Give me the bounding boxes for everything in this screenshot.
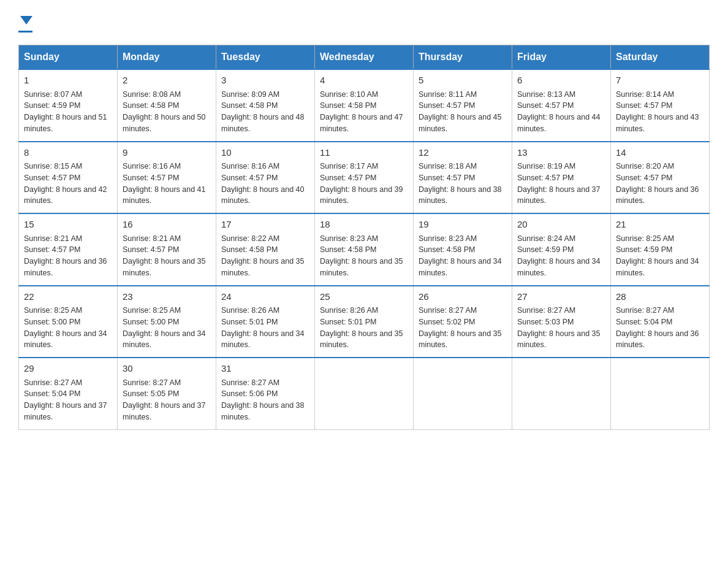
day-info: Sunrise: 8:27 AMSunset: 5:05 PMDaylight:… — [123, 377, 211, 423]
calendar-cell: 16 Sunrise: 8:21 AMSunset: 4:57 PMDaylig… — [118, 213, 216, 286]
header-thursday: Thursday — [414, 45, 512, 70]
day-info: Sunrise: 8:13 AMSunset: 4:57 PMDaylight:… — [517, 89, 605, 135]
calendar-cell — [611, 358, 710, 429]
calendar-cell — [315, 358, 414, 429]
calendar-cell — [512, 358, 611, 429]
calendar-cell: 20 Sunrise: 8:24 AMSunset: 4:59 PMDaylig… — [512, 213, 611, 286]
header-saturday: Saturday — [611, 45, 710, 70]
day-info: Sunrise: 8:22 AMSunset: 4:58 PMDaylight:… — [221, 233, 309, 279]
page-header — [18, 12, 710, 33]
logo-underline — [18, 31, 32, 33]
calendar-cell: 11 Sunrise: 8:17 AMSunset: 4:57 PMDaylig… — [315, 142, 414, 214]
day-info: Sunrise: 8:26 AMSunset: 5:01 PMDaylight:… — [320, 305, 408, 351]
week-row-2: 8 Sunrise: 8:15 AMSunset: 4:57 PMDayligh… — [19, 142, 710, 214]
calendar-table: SundayMondayTuesdayWednesdayThursdayFrid… — [18, 45, 710, 430]
day-info: Sunrise: 8:27 AMSunset: 5:06 PMDaylight:… — [221, 377, 309, 423]
day-number: 12 — [419, 146, 507, 160]
calendar-cell: 9 Sunrise: 8:16 AMSunset: 4:57 PMDayligh… — [118, 142, 216, 214]
day-info: Sunrise: 8:27 AMSunset: 5:04 PMDaylight:… — [616, 305, 704, 351]
day-number: 23 — [123, 290, 211, 304]
calendar-cell: 17 Sunrise: 8:22 AMSunset: 4:58 PMDaylig… — [216, 213, 315, 286]
calendar-cell: 14 Sunrise: 8:20 AMSunset: 4:57 PMDaylig… — [611, 142, 710, 214]
calendar-cell: 3 Sunrise: 8:09 AMSunset: 4:58 PMDayligh… — [216, 69, 315, 142]
day-info: Sunrise: 8:23 AMSunset: 4:58 PMDaylight:… — [320, 233, 408, 279]
calendar-cell: 7 Sunrise: 8:14 AMSunset: 4:57 PMDayligh… — [611, 69, 710, 142]
day-number: 20 — [517, 218, 605, 232]
day-number: 7 — [616, 74, 704, 88]
calendar-cell: 30 Sunrise: 8:27 AMSunset: 5:05 PMDaylig… — [118, 358, 216, 429]
calendar-cell: 6 Sunrise: 8:13 AMSunset: 4:57 PMDayligh… — [512, 69, 611, 142]
calendar-cell — [414, 358, 512, 429]
day-number: 26 — [419, 290, 507, 304]
calendar-cell: 21 Sunrise: 8:25 AMSunset: 4:59 PMDaylig… — [611, 213, 710, 286]
day-number: 19 — [419, 218, 507, 232]
calendar-cell: 26 Sunrise: 8:27 AMSunset: 5:02 PMDaylig… — [414, 286, 512, 358]
day-info: Sunrise: 8:11 AMSunset: 4:57 PMDaylight:… — [419, 89, 507, 135]
day-number: 16 — [123, 218, 211, 232]
header-friday: Friday — [512, 45, 611, 70]
calendar-header-row: SundayMondayTuesdayWednesdayThursdayFrid… — [19, 45, 710, 70]
calendar-cell: 5 Sunrise: 8:11 AMSunset: 4:57 PMDayligh… — [414, 69, 512, 142]
calendar-cell: 4 Sunrise: 8:10 AMSunset: 4:58 PMDayligh… — [315, 69, 414, 142]
calendar-cell: 31 Sunrise: 8:27 AMSunset: 5:06 PMDaylig… — [216, 358, 315, 429]
header-wednesday: Wednesday — [315, 45, 414, 70]
day-number: 29 — [24, 362, 112, 376]
day-info: Sunrise: 8:26 AMSunset: 5:01 PMDaylight:… — [221, 305, 309, 351]
calendar-cell: 24 Sunrise: 8:26 AMSunset: 5:01 PMDaylig… — [216, 286, 315, 358]
day-number: 15 — [24, 218, 112, 232]
calendar-cell: 29 Sunrise: 8:27 AMSunset: 5:04 PMDaylig… — [19, 358, 118, 429]
calendar-cell: 28 Sunrise: 8:27 AMSunset: 5:04 PMDaylig… — [611, 286, 710, 358]
calendar-cell: 18 Sunrise: 8:23 AMSunset: 4:58 PMDaylig… — [315, 213, 414, 286]
day-number: 2 — [123, 74, 211, 88]
day-number: 14 — [616, 146, 704, 160]
day-number: 10 — [221, 146, 309, 160]
calendar-cell: 1 Sunrise: 8:07 AMSunset: 4:59 PMDayligh… — [19, 69, 118, 142]
day-info: Sunrise: 8:16 AMSunset: 4:57 PMDaylight:… — [123, 161, 211, 207]
day-info: Sunrise: 8:23 AMSunset: 4:58 PMDaylight:… — [419, 233, 507, 279]
day-info: Sunrise: 8:21 AMSunset: 4:57 PMDaylight:… — [24, 233, 112, 279]
week-row-3: 15 Sunrise: 8:21 AMSunset: 4:57 PMDaylig… — [19, 213, 710, 286]
day-info: Sunrise: 8:25 AMSunset: 4:59 PMDaylight:… — [616, 233, 704, 279]
day-info: Sunrise: 8:08 AMSunset: 4:58 PMDaylight:… — [123, 89, 211, 135]
day-number: 25 — [320, 290, 408, 304]
day-number: 28 — [616, 290, 704, 304]
calendar-cell: 13 Sunrise: 8:19 AMSunset: 4:57 PMDaylig… — [512, 142, 611, 214]
week-row-1: 1 Sunrise: 8:07 AMSunset: 4:59 PMDayligh… — [19, 69, 710, 142]
logo-triangle-icon — [20, 16, 32, 25]
day-info: Sunrise: 8:24 AMSunset: 4:59 PMDaylight:… — [517, 233, 605, 279]
day-number: 22 — [24, 290, 112, 304]
day-info: Sunrise: 8:14 AMSunset: 4:57 PMDaylight:… — [616, 89, 704, 135]
day-info: Sunrise: 8:18 AMSunset: 4:57 PMDaylight:… — [419, 161, 507, 207]
calendar-cell: 22 Sunrise: 8:25 AMSunset: 5:00 PMDaylig… — [19, 286, 118, 358]
day-number: 5 — [419, 74, 507, 88]
calendar-cell: 2 Sunrise: 8:08 AMSunset: 4:58 PMDayligh… — [118, 69, 216, 142]
day-number: 30 — [123, 362, 211, 376]
day-info: Sunrise: 8:10 AMSunset: 4:58 PMDaylight:… — [320, 89, 408, 135]
day-info: Sunrise: 8:16 AMSunset: 4:57 PMDaylight:… — [221, 161, 309, 207]
logo — [18, 12, 32, 33]
day-info: Sunrise: 8:27 AMSunset: 5:02 PMDaylight:… — [419, 305, 507, 351]
day-info: Sunrise: 8:25 AMSunset: 5:00 PMDaylight:… — [24, 305, 112, 351]
calendar-cell: 15 Sunrise: 8:21 AMSunset: 4:57 PMDaylig… — [19, 213, 118, 286]
day-number: 27 — [517, 290, 605, 304]
calendar-cell: 23 Sunrise: 8:25 AMSunset: 5:00 PMDaylig… — [118, 286, 216, 358]
day-number: 21 — [616, 218, 704, 232]
day-info: Sunrise: 8:27 AMSunset: 5:03 PMDaylight:… — [517, 305, 605, 351]
calendar-cell: 27 Sunrise: 8:27 AMSunset: 5:03 PMDaylig… — [512, 286, 611, 358]
day-number: 6 — [517, 74, 605, 88]
day-number: 8 — [24, 146, 112, 160]
day-number: 18 — [320, 218, 408, 232]
calendar-cell: 12 Sunrise: 8:18 AMSunset: 4:57 PMDaylig… — [414, 142, 512, 214]
day-number: 24 — [221, 290, 309, 304]
day-info: Sunrise: 8:19 AMSunset: 4:57 PMDaylight:… — [517, 161, 605, 207]
day-info: Sunrise: 8:17 AMSunset: 4:57 PMDaylight:… — [320, 161, 408, 207]
calendar-cell: 25 Sunrise: 8:26 AMSunset: 5:01 PMDaylig… — [315, 286, 414, 358]
calendar-cell: 8 Sunrise: 8:15 AMSunset: 4:57 PMDayligh… — [19, 142, 118, 214]
day-info: Sunrise: 8:27 AMSunset: 5:04 PMDaylight:… — [24, 377, 112, 423]
day-info: Sunrise: 8:09 AMSunset: 4:58 PMDaylight:… — [221, 89, 309, 135]
header-sunday: Sunday — [19, 45, 118, 70]
day-info: Sunrise: 8:15 AMSunset: 4:57 PMDaylight:… — [24, 161, 112, 207]
calendar-cell: 10 Sunrise: 8:16 AMSunset: 4:57 PMDaylig… — [216, 142, 315, 214]
week-row-4: 22 Sunrise: 8:25 AMSunset: 5:00 PMDaylig… — [19, 286, 710, 358]
day-number: 31 — [221, 362, 309, 376]
